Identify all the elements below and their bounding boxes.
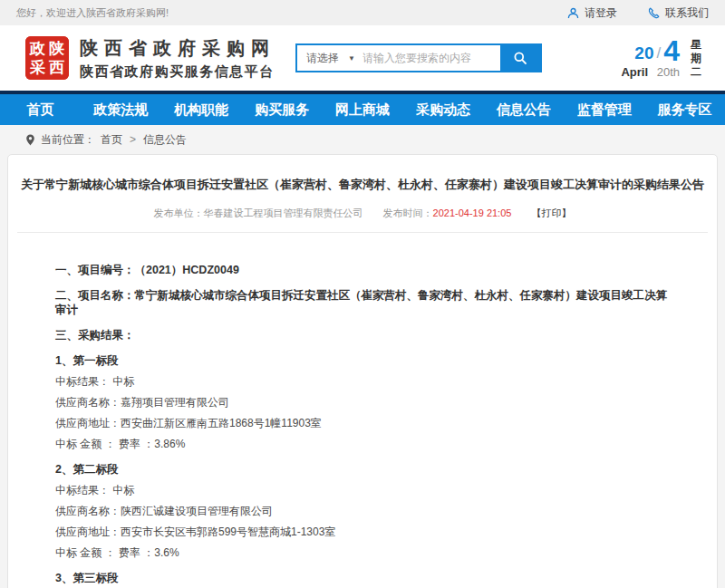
- search-bar: 请选择 ▼: [295, 43, 542, 72]
- topbar-links: 请登录 联系我们: [567, 5, 709, 21]
- article-section-heading: 二、项目名称：常宁新城核心城市综合体项目拆迁安置社区（崔家营村、鲁家湾村、杜永村…: [55, 288, 670, 317]
- contact-label: 联系我们: [665, 5, 709, 21]
- login-label: 请登录: [585, 5, 617, 21]
- site-logo[interactable]: 政 陕 采 西: [25, 36, 69, 80]
- breadcrumb-separator: >: [130, 133, 136, 146]
- article-line: 中标结果： 中标: [55, 374, 670, 389]
- article-meta: 发布单位：华春建设工程项目管理有限责任公司发布时间：2021-04-19 21:…: [8, 207, 717, 220]
- site-name: 陕西省政府采购网: [80, 36, 276, 61]
- nav-item-7[interactable]: 监督管理: [564, 94, 644, 125]
- date-separator: /: [656, 43, 661, 63]
- chevron-down-icon: ▼: [348, 54, 355, 63]
- date-weekday: 星期二: [691, 38, 703, 79]
- article-line: 供应商名称：嘉翔项目管理有限公司: [55, 395, 670, 410]
- contact-link[interactable]: 联系我们: [648, 5, 709, 21]
- search-icon: [513, 51, 527, 65]
- nav-item-0[interactable]: 首页: [0, 94, 81, 125]
- logo-char: 西: [49, 59, 64, 77]
- welcome-text: 您好，欢迎进入陕西省政府采购网!: [16, 6, 169, 20]
- publisher-label: 发布单位：: [154, 207, 204, 218]
- phone-icon: [648, 7, 660, 19]
- publish-time-value: 2021-04-19 21:05: [433, 207, 512, 218]
- logo-char: 政: [30, 40, 45, 58]
- site-subtitle: 陕西省政府购买服务信息平台: [80, 63, 276, 81]
- logo-char: 采: [30, 59, 45, 77]
- search-button[interactable]: [500, 45, 540, 71]
- search-category-value: 请选择: [306, 51, 339, 66]
- login-link[interactable]: 请登录: [567, 5, 617, 21]
- nav-item-1[interactable]: 政策法规: [81, 94, 161, 125]
- article-line: 中标 金额 ： 费率 ：3.6%: [55, 545, 670, 560]
- breadcrumb-home-link[interactable]: 首页: [101, 132, 122, 148]
- article-line: 中标 金额 ： 费率 ：3.86%: [55, 437, 670, 451]
- publisher-value: 华春建设工程项目管理有限责任公司: [204, 207, 363, 218]
- site-header: 政 陕 采 西 陕西省政府采购网 陕西省政府购买服务信息平台 请选择 ▼ 20 …: [0, 25, 725, 91]
- breadcrumb-current: 信息公告: [143, 132, 187, 148]
- site-titles: 陕西省政府采购网 陕西省政府购买服务信息平台: [80, 36, 276, 81]
- article-section-heading: 3、第三标段: [55, 571, 670, 585]
- date-day-ordinal: 20th: [657, 65, 680, 79]
- search-category-select[interactable]: 请选择 ▼: [297, 45, 362, 71]
- breadcrumb-prefix: 当前位置：: [41, 132, 95, 148]
- nav-item-2[interactable]: 机构职能: [161, 94, 242, 125]
- article-body: 一、项目编号：（2021）HCDZ0049二、项目名称：常宁新城核心城市综合体项…: [8, 233, 717, 588]
- user-icon: [567, 7, 579, 19]
- article-section-heading: 1、第一标段: [55, 353, 670, 368]
- article-section-heading: 三、采购结果：: [55, 328, 670, 342]
- breadcrumb: 当前位置： 首页 > 信息公告: [0, 125, 725, 154]
- print-button[interactable]: 【打印】: [531, 207, 571, 218]
- location-pin-icon: [25, 134, 35, 146]
- article-line: 中标结果： 中标: [55, 483, 670, 497]
- page-title: 关于常宁新城核心城市综合体项目拆迁安置社区（崔家营村、鲁家湾村、杜永村、任家寨村…: [8, 155, 717, 193]
- logo-char: 陕: [49, 40, 64, 58]
- top-utility-bar: 您好，欢迎进入陕西省政府采购网! 请登录 联系我们: [0, 0, 725, 25]
- search-input[interactable]: [362, 45, 500, 71]
- nav-item-5[interactable]: 采购动态: [402, 94, 483, 125]
- article-section-heading: 2、第二标段: [55, 462, 670, 477]
- article-line: 供应商地址：西安市长安区韦郭路599号智慧商城1-1303室: [55, 525, 670, 539]
- date-main: 20 / 4 April 20th: [621, 38, 680, 79]
- date-day: 20: [634, 43, 653, 63]
- nav-item-3[interactable]: 购买服务: [242, 94, 323, 125]
- nav-item-4[interactable]: 网上商城: [323, 94, 403, 125]
- nav-item-6[interactable]: 信息公告: [483, 94, 564, 125]
- main-nav: 首页政策法规机构职能购买服务网上商城采购动态信息公告监督管理服务专区: [0, 91, 725, 125]
- publish-time-label: 发布时间：: [383, 207, 433, 218]
- article-section-heading: 一、项目编号：（2021）HCDZ0049: [55, 263, 670, 277]
- article-line: 供应商地址：西安曲江新区雁南五路1868号1幢11903室: [55, 416, 670, 430]
- nav-item-8[interactable]: 服务专区: [644, 94, 725, 125]
- date-month-name: April: [621, 65, 648, 79]
- article-line: 供应商名称：陕西汇诚建设项目管理有限公司: [55, 504, 670, 518]
- announcement-card: 关于常宁新城核心城市综合体项目拆迁安置社区（崔家营村、鲁家湾村、杜永村、任家寨村…: [7, 154, 718, 588]
- date-widget: 20 / 4 April 20th 星期二: [621, 38, 710, 79]
- date-month-number: 4: [663, 38, 680, 63]
